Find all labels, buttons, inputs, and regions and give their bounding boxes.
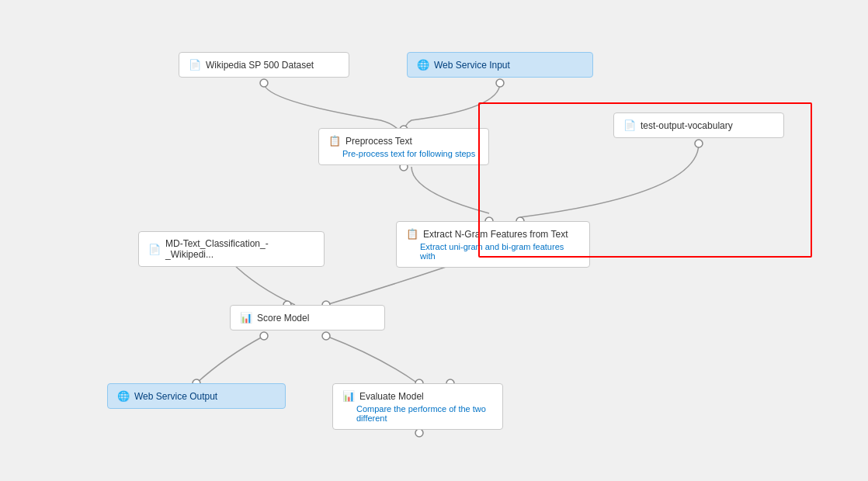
md-text-classification-node[interactable]: 📄 MD-Text_Classification_-_Wikipedi...	[138, 231, 325, 267]
evaluate-subtitle: Compare the performce of the two differe…	[356, 404, 493, 423]
web-service-output-node[interactable]: 🌐 Web Service Output	[107, 383, 286, 409]
vocab-label: test-output-vocabulary	[641, 120, 733, 131]
svg-point-17	[415, 429, 423, 437]
score-icon: 📊	[240, 312, 252, 324]
web-service-input-label: Web Service Input	[434, 60, 510, 71]
wikipedia-node[interactable]: 📄 Wikipedia SP 500 Dataset	[179, 52, 349, 78]
web-icon: 🌐	[417, 59, 429, 71]
svg-point-4	[695, 140, 703, 147]
svg-point-13	[322, 332, 330, 340]
score-label: Score Model	[257, 313, 309, 324]
svg-point-12	[260, 332, 268, 340]
wikipedia-label: Wikipedia SP 500 Dataset	[206, 60, 314, 71]
svg-point-1	[496, 79, 504, 87]
ngram-subtitle: Extract uni-gram and bi-gram features wi…	[420, 242, 580, 261]
preprocess-icon: 📋	[328, 135, 341, 147]
md-label: MD-Text_Classification_-_Wikipedi...	[165, 238, 314, 260]
web-service-input-node[interactable]: 🌐 Web Service Input	[407, 52, 593, 78]
web-output-icon: 🌐	[117, 390, 130, 402]
ngram-icon: 📋	[406, 228, 418, 240]
vocab-icon: 📄	[623, 119, 636, 131]
evaluate-model-node[interactable]: 📊 Evaluate Model Compare the performce o…	[332, 383, 503, 430]
score-model-node[interactable]: 📊 Score Model	[230, 305, 385, 330]
web-service-output-label: Web Service Output	[134, 391, 217, 402]
md-icon: 📄	[148, 244, 161, 255]
test-output-vocabulary-node[interactable]: 📄 test-output-vocabulary	[613, 112, 784, 138]
workflow-canvas: 📄 Wikipedia SP 500 Dataset 🌐 Web Service…	[0, 0, 868, 481]
evaluate-label: Evaluate Model	[359, 391, 424, 402]
preprocess-label: Preprocess Text	[345, 136, 412, 147]
extract-ngram-node[interactable]: 📋 Extract N-Gram Features from Text Extr…	[396, 221, 590, 268]
dataset-icon: 📄	[189, 59, 201, 71]
evaluate-icon: 📊	[342, 390, 355, 402]
preprocess-subtitle: Pre-process text for following steps	[342, 149, 479, 158]
ngram-label: Extract N-Gram Features from Text	[423, 229, 568, 240]
svg-point-0	[260, 79, 268, 87]
preprocess-text-node[interactable]: 📋 Preprocess Text Pre-process text for f…	[318, 128, 489, 165]
